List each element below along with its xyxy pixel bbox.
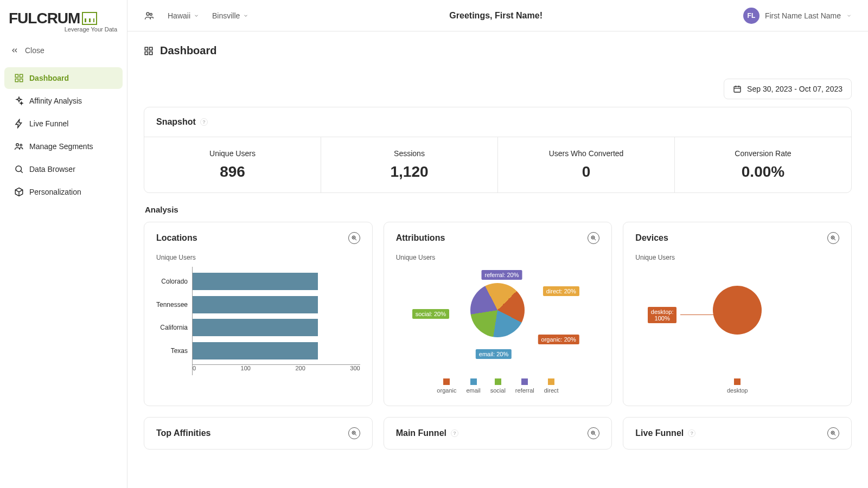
locations-card: Locations Unique Users ColoradoTennessee… [144,222,373,406]
sidebar-item-manage-segments[interactable]: Manage Segments [4,136,123,157]
cube-icon [14,187,24,197]
sidebar-item-live-funnel[interactable]: Live Funnel [4,113,123,134]
zoom-button[interactable] [588,232,599,244]
svg-rect-1 [20,74,23,77]
zoom-icon [590,430,597,436]
svg-point-4 [16,144,19,146]
stat-value: 0.00% [680,163,846,181]
pie-label: desktop: 100% [648,307,677,323]
svg-rect-11 [145,52,148,54]
chevrons-left-icon [10,46,20,55]
zap-icon [14,119,24,129]
stat-value: 896 [150,163,315,181]
zoom-button[interactable] [348,232,360,244]
logo-chart-icon [82,12,97,25]
calendar-icon [733,85,742,93]
stat-label: Conversion Rate [680,149,846,158]
zoom-icon [590,235,597,241]
svg-rect-2 [15,79,18,82]
locations-title: Locations [156,233,197,243]
zoom-button[interactable] [827,232,839,244]
stat-users-who-converted: Users Who Converted0 [497,137,674,192]
sidebar-item-label: Data Browser [29,165,75,174]
zoom-button[interactable] [827,427,839,439]
topbar: Hawaii Binsville Greetings, First Name! … [127,0,868,31]
location-dropdown[interactable]: Binsville [212,11,248,20]
zoom-button[interactable] [348,427,360,439]
svg-point-6 [16,166,22,172]
chevron-down-icon [846,13,852,18]
attributions-chart: referral: 20%direct: 20%social: 20%organ… [396,267,600,375]
stat-label: Unique Users [150,149,315,158]
devices-chart: desktop: 100% [635,267,839,375]
sidebar-item-label: Personalization [29,188,81,196]
snapshot-title: Snapshot [156,117,196,127]
sidebar-close-button[interactable]: Close [0,35,127,66]
bar-tennessee [193,296,318,313]
zoom-icon [351,235,358,241]
legend-item: direct [544,378,559,394]
page-header: Dashboard [144,44,852,57]
sidebar-item-affinity-analysis[interactable]: Affinity Analysis [4,90,123,112]
sidebar-item-label: Live Funnel [29,119,68,128]
svg-rect-13 [734,86,741,92]
zoom-icon [830,235,837,241]
region-label: Hawaii [168,11,190,20]
bar-colorado [193,273,318,290]
sidebar-item-label: Dashboard [29,74,69,82]
bar-texas [193,342,318,359]
devices-title: Devices [635,233,668,243]
brand-name: FULCRUM [9,10,80,27]
sidebar: FULCRUM Leverage Your Data Close Dashboa… [0,0,127,488]
locations-chart: ColoradoTennesseeCaliforniaTexas 0100200… [156,267,360,375]
top-affinities-title: Top Affinities [156,428,210,438]
svg-rect-0 [15,74,18,77]
sidebar-item-dashboard[interactable]: Dashboard [4,67,123,89]
logo[interactable]: FULCRUM Leverage Your Data [0,4,127,35]
date-range-picker[interactable]: Sep 30, 2023 - Oct 07, 2023 [724,79,852,99]
svg-point-7 [146,12,149,15]
stat-value: 0 [503,163,669,181]
main-funnel-title: Main Funnel [396,428,446,438]
zoom-button[interactable] [588,427,599,439]
sidebar-item-label: Manage Segments [29,142,93,151]
user-menu[interactable]: FL First Name Last Name [743,8,852,24]
sidebar-item-data-browser[interactable]: Data Browser [4,158,123,180]
top-affinities-card: Top Affinities [144,417,373,450]
info-icon[interactable]: ? [451,429,458,437]
pie-label: referral: 20% [482,270,522,280]
info-icon[interactable]: ? [688,429,695,437]
attributions-card: Attributions Unique Users referral: 20%d… [384,222,612,406]
segments-icon [14,142,24,151]
users-icon[interactable] [144,10,155,21]
legend-item: desktop [727,378,748,394]
region-dropdown[interactable]: Hawaii [168,11,199,20]
stat-label: Users Who Converted [503,149,669,158]
legend-item: organic [437,378,456,394]
attributions-subtitle: Unique Users [396,254,600,261]
grid-icon [14,73,24,83]
attributions-title: Attributions [396,233,445,243]
bar-california [193,319,318,336]
sidebar-item-personalization[interactable]: Personalization [4,181,123,203]
info-icon[interactable]: ? [200,118,208,126]
greeting-text: Greetings, First Name! [261,11,730,21]
chevron-down-icon [194,13,199,18]
zoom-icon [351,430,358,436]
chevron-down-icon [243,13,248,18]
pie-label: direct: 20% [543,286,579,296]
legend-item: referral [515,378,534,394]
svg-rect-12 [150,52,152,54]
pie-label: organic: 20% [538,335,579,344]
svg-rect-9 [145,47,148,50]
sparkle-icon [14,96,24,106]
snapshot-card: Snapshot ? Unique Users896Sessions1,120U… [144,107,852,193]
stat-label: Sessions [327,149,492,158]
legend-item: social [490,378,506,394]
avatar: FL [743,8,760,24]
grid-icon [144,46,154,56]
sidebar-close-label: Close [25,46,44,55]
analysis-section-title: Analysis [145,205,852,214]
location-label: Binsville [212,11,240,20]
zoom-icon [830,430,837,436]
